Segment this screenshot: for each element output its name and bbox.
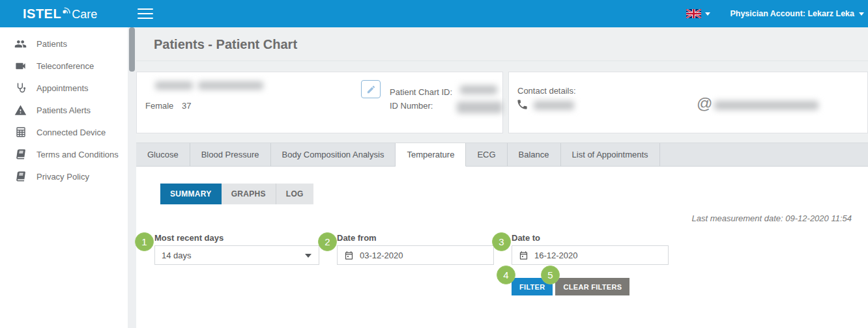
video-camera-icon xyxy=(14,60,27,72)
top-header: ISTEL Care Physician Account: Lekarz Lek… xyxy=(0,0,868,27)
hamburger-menu-icon[interactable] xyxy=(137,8,153,19)
sidebar-item-label: Teleconference xyxy=(36,61,94,71)
warning-triangle-icon xyxy=(14,104,27,116)
subtab-summary[interactable]: SUMMARY xyxy=(160,184,222,204)
chevron-down-icon xyxy=(305,254,311,258)
app-window: ISTEL Care Physician Account: Lekarz Lek… xyxy=(0,0,868,328)
tab-appointments-list[interactable]: List of Appointments xyxy=(561,143,660,166)
redacted-email xyxy=(714,101,818,110)
redacted-patient-name xyxy=(155,81,193,90)
stethoscope-icon xyxy=(14,82,27,94)
date-to-label: Date to xyxy=(512,233,669,243)
date-from-input[interactable]: 03-12-2020 xyxy=(337,245,494,265)
redacted-chart-id xyxy=(460,85,497,94)
date-from-label: Date from xyxy=(337,233,494,243)
app-logo[interactable]: ISTEL Care xyxy=(23,7,97,21)
redacted-patient-name xyxy=(198,81,263,90)
device-grid-icon xyxy=(14,126,27,139)
sidebar-item-teleconference[interactable]: Teleconference xyxy=(0,55,128,77)
account-menu[interactable]: Physician Account: Lekarz Leka xyxy=(730,9,864,18)
tab-balance[interactable]: Balance xyxy=(508,143,561,166)
sidebar-item-privacy[interactable]: Privacy Policy xyxy=(0,165,128,187)
vertical-scrollbar[interactable] xyxy=(128,27,136,328)
subtab-log[interactable]: LOG xyxy=(276,184,313,204)
signal-icon xyxy=(62,5,70,17)
measurement-tabs: Glucose Blood Pressure Body Composition … xyxy=(136,143,868,167)
tab-body-composition[interactable]: Body Composition Analysis xyxy=(271,143,396,166)
sidebar-item-label: Patients xyxy=(36,39,67,49)
sidebar-item-connected-device[interactable]: Connected Device xyxy=(0,121,128,143)
patients-group-icon xyxy=(14,38,27,50)
email-at-symbol: @ xyxy=(697,94,712,113)
chevron-down-icon xyxy=(705,12,710,16)
redacted-phone-number xyxy=(534,101,574,110)
contact-details-label: Contact details: xyxy=(517,86,576,96)
uk-flag-icon xyxy=(686,9,701,18)
tab-temperature[interactable]: Temperature xyxy=(396,143,466,167)
tab-glucose[interactable]: Glucose xyxy=(136,143,190,166)
sidebar-item-appointments[interactable]: Appointments xyxy=(0,77,128,99)
subtab-graphs[interactable]: GRAPHS xyxy=(222,184,276,204)
calendar-icon xyxy=(519,251,528,260)
annotation-step-2: 2 xyxy=(318,232,337,251)
calendar-icon xyxy=(344,251,354,260)
most-recent-days-value: 14 days xyxy=(162,251,192,260)
annotation-step-4: 4 xyxy=(497,266,515,284)
last-measurement-note: Last measurement date: 09-12-2020 11:54 xyxy=(692,213,852,223)
patient-summary-card: Female 37 Patient Chart ID: ID Number: xyxy=(136,72,503,133)
book-icon xyxy=(14,171,27,183)
id-number-label: ID Number: xyxy=(390,99,452,113)
tab-ecg[interactable]: ECG xyxy=(466,143,507,166)
chevron-down-icon xyxy=(859,12,864,16)
most-recent-days-label: Most recent days xyxy=(154,233,319,243)
date-to-value: 16-12-2020 xyxy=(534,251,578,260)
edit-patient-button[interactable] xyxy=(361,80,381,98)
logo-care-text: Care xyxy=(72,8,97,21)
most-recent-days-select[interactable]: 14 days xyxy=(154,245,319,265)
redacted-id-number xyxy=(457,102,502,113)
sidebar-item-label: Patients Alerts xyxy=(36,105,91,115)
sidebar-item-label: Privacy Policy xyxy=(36,172,89,182)
sidebar-item-patients[interactable]: Patients xyxy=(0,33,128,55)
account-label: Physician Account: Lekarz Leka xyxy=(730,9,854,18)
language-selector[interactable] xyxy=(686,9,710,18)
patient-chart-id-label: Patient Chart ID: xyxy=(390,85,452,99)
annotation-step-5: 5 xyxy=(541,266,560,284)
logo-istel-text: ISTEL xyxy=(23,7,61,21)
clear-filters-button[interactable]: CLEAR FILTERS xyxy=(555,278,629,295)
annotation-step-3: 3 xyxy=(492,232,511,251)
patient-gender: Female xyxy=(145,101,173,111)
sidebar-item-label: Terms and Conditions xyxy=(36,150,119,159)
sidebar-item-label: Connected Device xyxy=(36,128,106,137)
sidebar-item-patients-alerts[interactable]: Patients Alerts xyxy=(0,99,128,121)
sidebar-nav: Patients Teleconference Appointments Pat… xyxy=(0,27,128,328)
patient-age: 37 xyxy=(182,101,191,111)
phone-icon xyxy=(516,98,528,113)
sidebar-item-label: Appointments xyxy=(36,83,89,93)
scrollbar-thumb[interactable] xyxy=(129,27,135,72)
annotation-step-1: 1 xyxy=(135,232,154,251)
view-subtabs: SUMMARY GRAPHS LOG xyxy=(160,184,313,204)
date-to-input[interactable]: 16-12-2020 xyxy=(512,245,669,265)
pencil-icon xyxy=(366,85,376,94)
date-from-value: 03-12-2020 xyxy=(360,251,403,260)
contact-details-card: Contact details: @ xyxy=(508,72,868,133)
page-title: Patients - Patient Chart xyxy=(136,27,868,61)
book-icon xyxy=(14,148,27,161)
tab-blood-pressure[interactable]: Blood Pressure xyxy=(190,143,271,166)
sidebar-item-terms[interactable]: Terms and Conditions xyxy=(0,143,128,165)
